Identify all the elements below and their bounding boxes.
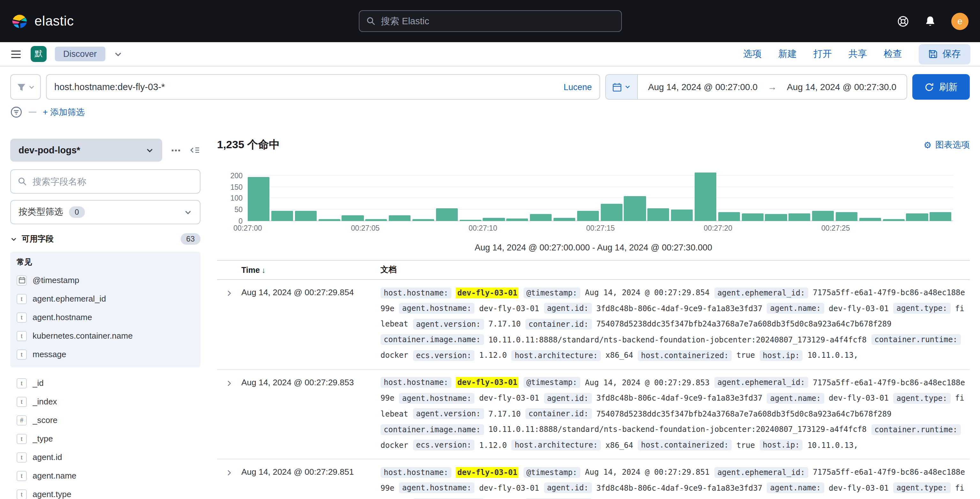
nav-action-inspect[interactable]: 检查 xyxy=(884,48,902,60)
search-icon xyxy=(18,177,27,186)
histogram-bar[interactable] xyxy=(765,214,787,221)
expand-cell xyxy=(217,285,241,363)
field-item-kubernetes.container.name[interactable]: tkubernetes.container.name xyxy=(17,327,194,345)
histogram-bar[interactable] xyxy=(577,211,599,221)
global-search-input[interactable] xyxy=(381,16,614,26)
doc-field-key: agent.hostname: xyxy=(399,482,475,493)
notifications-icon[interactable] xyxy=(924,15,937,27)
popular-fields-list: @timestamptagent.ephemeral_idtagent.host… xyxy=(17,271,194,363)
field-item-message[interactable]: tmessage xyxy=(17,345,194,363)
histogram-bar[interactable] xyxy=(506,219,528,221)
field-item-agent.id[interactable]: tagent.id xyxy=(17,448,194,466)
boxes-horizontal-icon[interactable] xyxy=(170,144,181,156)
expand-row-icon[interactable] xyxy=(225,379,233,387)
histogram-bar[interactable] xyxy=(859,218,881,221)
y-tick-label: 150 xyxy=(231,183,243,191)
nav-action-share[interactable]: 共享 xyxy=(848,48,867,60)
user-avatar[interactable]: e xyxy=(951,13,969,30)
field-search-input[interactable] xyxy=(33,176,193,187)
doc-field-key: ecs.version: xyxy=(413,440,474,450)
histogram-bar[interactable] xyxy=(365,219,387,221)
y-tick-label: 50 xyxy=(234,206,243,214)
histogram-bar[interactable] xyxy=(695,172,717,221)
date-picker-quick-menu-button[interactable] xyxy=(606,75,638,99)
chart-options-link[interactable]: ⚙ 图表选项 xyxy=(923,139,970,150)
histogram-bar[interactable] xyxy=(342,215,364,221)
histogram-bar[interactable] xyxy=(648,209,670,221)
filter-by-type[interactable]: 按类型筛选 0 xyxy=(10,200,200,224)
histogram-bar[interactable] xyxy=(248,177,270,221)
time-column-header[interactable]: Time ↓ xyxy=(241,265,380,274)
histogram-bar[interactable] xyxy=(294,211,317,221)
field-item-agent.ephemeral_id[interactable]: tagent.ephemeral_id xyxy=(17,289,194,308)
doc-field-value: 10.11.0.11:8888/standard/nts-backend-fou… xyxy=(488,335,867,344)
field-item-_score[interactable]: #_score xyxy=(17,411,194,429)
histogram-bar[interactable] xyxy=(718,212,740,221)
histogram-bar[interactable] xyxy=(436,209,458,221)
histogram-bar[interactable] xyxy=(600,204,622,221)
filter-circle-icon[interactable] xyxy=(10,106,22,118)
field-item-agent.type[interactable]: tagent.type xyxy=(17,485,194,499)
histogram-bar[interactable] xyxy=(671,210,693,221)
histogram-bar[interactable] xyxy=(483,218,505,221)
field-name: _index xyxy=(33,397,57,407)
doc-field-key: agent.name: xyxy=(767,482,824,493)
nav-action-options[interactable]: 选项 xyxy=(743,48,762,60)
histogram-bar[interactable] xyxy=(906,213,928,221)
space-avatar[interactable]: 默 xyxy=(31,46,47,62)
histogram-bar[interactable] xyxy=(459,220,481,221)
histogram-bar[interactable] xyxy=(554,218,576,221)
menu-icon[interactable] xyxy=(10,48,22,61)
collapse-sidebar-icon[interactable] xyxy=(189,144,200,156)
field-item-_type[interactable]: t_type xyxy=(17,429,194,448)
chevron-down-icon[interactable] xyxy=(113,49,122,59)
histogram-bar[interactable] xyxy=(812,211,834,221)
doc-table-header: Time ↓ 文档 xyxy=(217,260,970,280)
histogram-xaxis: 00:27:0000:27:0500:27:1000:27:1500:27:20… xyxy=(248,224,953,233)
date-end[interactable]: Aug 14, 2024 @ 00:27:30.0 xyxy=(777,82,907,92)
query-input[interactable] xyxy=(54,82,557,92)
add-filter-link[interactable]: + 添加筛选 xyxy=(43,106,84,118)
histogram-bar[interactable] xyxy=(389,215,411,221)
expand-row-icon[interactable] xyxy=(225,469,233,477)
expand-row-icon[interactable] xyxy=(225,289,233,297)
histogram-plot[interactable] xyxy=(248,170,953,221)
refresh-button[interactable]: 刷新 xyxy=(912,74,970,100)
nav-action-open[interactable]: 打开 xyxy=(813,48,832,60)
field-name: agent.ephemeral_id xyxy=(33,294,106,303)
histogram-bar[interactable] xyxy=(789,213,810,221)
date-start[interactable]: Aug 14, 2024 @ 00:27:00.0 xyxy=(638,82,768,92)
histogram-bar[interactable] xyxy=(271,211,293,221)
histogram-bar[interactable] xyxy=(836,212,858,221)
saved-query-menu-button[interactable] xyxy=(10,74,41,100)
query-language-toggle[interactable]: Lucene xyxy=(564,82,592,92)
nav-action-new[interactable]: 新建 xyxy=(778,48,797,60)
global-search[interactable] xyxy=(358,10,622,32)
histogram-bar[interactable] xyxy=(624,196,646,221)
doc-field-key: container.image.name: xyxy=(380,424,484,435)
field-item-agent.name[interactable]: tagent.name xyxy=(17,466,194,485)
field-item-_index[interactable]: t_index xyxy=(17,392,194,411)
field-item-agent.hostname[interactable]: tagent.hostname xyxy=(17,308,194,327)
text-field-icon: t xyxy=(17,452,27,462)
available-fields-header[interactable]: 可用字段 63 xyxy=(10,233,200,245)
histogram-bar[interactable] xyxy=(412,219,434,221)
histogram-bar[interactable] xyxy=(883,219,905,221)
field-item-_id[interactable]: t_id xyxy=(17,374,194,392)
help-icon[interactable] xyxy=(896,15,909,27)
index-pattern-selector[interactable]: dev-pod-logs* xyxy=(10,139,162,162)
doc-field-value: 1.12.0 xyxy=(479,440,507,450)
doc-field-key: agent.type: xyxy=(893,482,950,493)
field-search[interactable] xyxy=(10,169,200,194)
histogram-bar[interactable] xyxy=(929,212,951,221)
histogram-bar[interactable] xyxy=(530,214,552,221)
histogram-bar[interactable] xyxy=(741,213,764,221)
field-item-@timestamp[interactable]: @timestamp xyxy=(17,271,194,289)
field-name: @timestamp xyxy=(33,275,79,285)
brand[interactable]: elastic xyxy=(11,13,74,29)
doc-field-key: host.hostname: xyxy=(380,377,451,388)
histogram-bar[interactable] xyxy=(318,219,340,221)
doc-field-key: agent.hostname: xyxy=(399,303,475,314)
breadcrumb[interactable]: Discover xyxy=(55,47,105,61)
save-button[interactable]: 保存 xyxy=(919,44,970,64)
